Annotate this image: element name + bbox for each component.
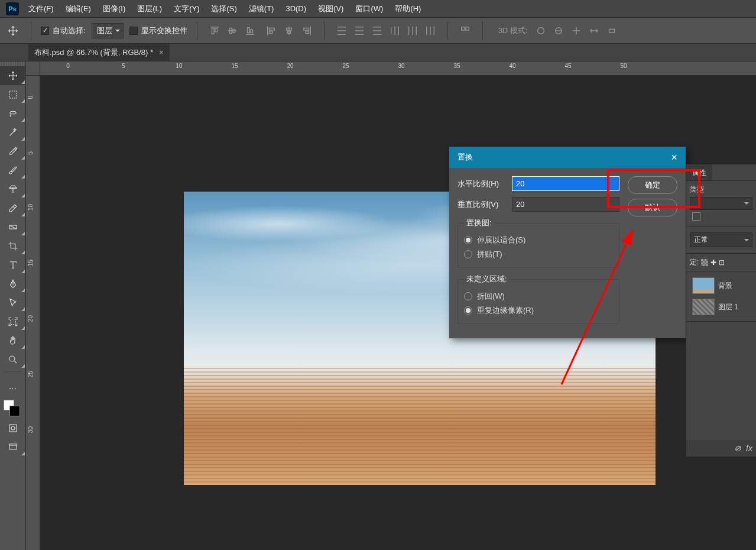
blend-mode-dropdown[interactable]: 正常	[690, 232, 752, 247]
toolbox: ⋯	[0, 62, 26, 550]
eraser-tool[interactable]	[0, 199, 26, 218]
horizontal-ruler[interactable]: 0 5 10 15 20 25 30 35 40 45 50	[40, 62, 756, 76]
lock-pixels-icon[interactable]	[701, 259, 708, 266]
layer-name: 背景	[718, 281, 732, 291]
distribute-right-icon[interactable]	[423, 23, 438, 38]
distribute-bottom-icon[interactable]	[369, 23, 385, 38]
menu-layer[interactable]: 图层(L)	[131, 0, 168, 18]
zoom-tool[interactable]	[0, 350, 26, 369]
foreground-background-swatch[interactable]	[0, 397, 25, 419]
layer-row-1[interactable]: 图层 1	[690, 296, 752, 318]
dialog-titlebar[interactable]: 置换 ×	[449, 147, 686, 168]
brush-tool[interactable]	[0, 161, 26, 180]
gradient-tool[interactable]	[0, 218, 26, 237]
undefined-area-group: 未定义区域: 折回(W) 重复边缘像素(R)	[458, 274, 619, 324]
dialog-close-icon[interactable]: ×	[671, 151, 677, 164]
type-tool[interactable]	[0, 255, 26, 274]
distribute-hcenter-icon[interactable]	[405, 23, 420, 38]
menu-file[interactable]: 文件(F)	[22, 0, 60, 18]
3d-orbit-icon[interactable]	[533, 23, 549, 38]
toolbox-handle[interactable]	[0, 62, 25, 66]
hand-tool[interactable]	[0, 331, 26, 350]
radio-icon	[464, 292, 472, 300]
edit-toolbar-icon[interactable]: ⋯	[0, 378, 26, 397]
document-tab-title: 布料.psd @ 66.7% (背景, RGB/8) *	[34, 47, 153, 58]
align-bottom-icon[interactable]	[242, 23, 258, 38]
right-panels: 属性 类型 正常 定: ✚ ⊡ 背景 图层 1 ⊘ fx	[686, 164, 756, 457]
align-vcenter-icon[interactable]	[225, 23, 240, 38]
lasso-tool[interactable]	[0, 104, 26, 123]
align-hcenter-icon[interactable]	[281, 23, 297, 38]
svg-rect-7	[11, 319, 16, 325]
svg-point-8	[9, 356, 15, 361]
pen-tool[interactable]	[0, 274, 26, 293]
align-right-icon[interactable]	[299, 23, 314, 38]
menu-type[interactable]: 文字(Y)	[168, 0, 205, 18]
artboard-tool[interactable]	[0, 312, 26, 331]
eyedropper-tool[interactable]	[0, 142, 26, 161]
quick-mask-tool[interactable]	[0, 419, 26, 438]
move-tool[interactable]	[0, 66, 26, 85]
menu-view[interactable]: 视图(V)	[312, 0, 349, 18]
document-tab-bar: 布料.psd @ 66.7% (背景, RGB/8) * ×	[0, 44, 756, 62]
properties-tab[interactable]: 属性	[686, 164, 712, 180]
background-color[interactable]	[9, 406, 20, 416]
auto-align-icon[interactable]	[458, 23, 473, 38]
ok-button[interactable]: 确定	[628, 176, 677, 194]
wrap-radio[interactable]: 折回(W)	[464, 289, 613, 303]
dialog-title: 置换	[458, 152, 473, 163]
menu-edit[interactable]: 编辑(E)	[60, 0, 97, 18]
radio-icon	[464, 250, 472, 258]
displace-dialog: 置换 × 水平比例(H) 垂直比例(V) 置换图: 伸展以适合(S) 拼贴(T	[449, 147, 686, 338]
menu-3d[interactable]: 3D(D)	[280, 1, 312, 17]
menu-select[interactable]: 选择(S)	[205, 0, 242, 18]
tile-radio[interactable]: 拼贴(T)	[464, 247, 613, 261]
document-tab[interactable]: 布料.psd @ 66.7% (背景, RGB/8) * ×	[28, 44, 170, 62]
close-tab-icon[interactable]: ×	[159, 48, 164, 57]
3d-slide-icon[interactable]	[586, 23, 602, 38]
type-dropdown[interactable]	[690, 197, 752, 210]
auto-select-target-dropdown[interactable]: 图层	[92, 23, 124, 38]
default-button[interactable]: 默认	[628, 199, 677, 216]
svg-rect-1	[466, 27, 469, 30]
align-left-icon[interactable]	[264, 23, 279, 38]
type-label: 类型	[690, 185, 704, 193]
h-scale-input[interactable]	[512, 176, 619, 191]
options-bar: 自动选择: 图层 显示变换控件 3D 模式:	[0, 18, 756, 44]
menu-window[interactable]: 窗口(W)	[349, 0, 389, 18]
menu-bar: Ps 文件(F) 编辑(E) 图像(I) 图层(L) 文字(Y) 选择(S) 滤…	[0, 0, 756, 18]
crop-tool[interactable]	[0, 237, 26, 255]
path-select-tool[interactable]	[0, 293, 26, 312]
link-icon[interactable]: ⊘	[734, 444, 741, 453]
layer-thumb	[692, 299, 715, 315]
v-scale-input[interactable]	[512, 197, 619, 212]
align-top-icon[interactable]	[207, 23, 222, 38]
magic-wand-tool[interactable]	[0, 123, 26, 142]
auto-select-checkbox[interactable]: 自动选择:	[41, 25, 86, 36]
menu-image[interactable]: 图像(I)	[97, 0, 131, 18]
3d-pan-icon[interactable]	[569, 23, 584, 38]
filter-pixel-icon[interactable]	[692, 212, 700, 221]
distribute-vcenter-icon[interactable]	[352, 23, 367, 38]
layers-footer: ⊘ fx	[686, 440, 756, 457]
svg-rect-4	[609, 29, 615, 32]
clone-stamp-tool[interactable]	[0, 180, 26, 199]
vertical-ruler[interactable]: 0 5 10 15 20 25 30	[26, 76, 40, 550]
layer-row-bg[interactable]: 背景	[690, 275, 752, 296]
3d-scale-icon[interactable]	[604, 23, 619, 38]
show-transform-checkbox[interactable]: 显示变换控件	[129, 25, 187, 36]
stretch-radio[interactable]: 伸展以适合(S)	[464, 233, 613, 247]
ruler-corner	[26, 62, 40, 76]
lock-artboard-icon[interactable]: ⊡	[719, 258, 725, 267]
menu-filter[interactable]: 滤镜(T)	[243, 0, 280, 18]
marquee-tool[interactable]	[0, 85, 26, 104]
3d-roll-icon[interactable]	[551, 23, 566, 38]
svg-point-2	[538, 27, 544, 34]
repeat-edge-radio[interactable]: 重复边缘像素(R)	[464, 303, 613, 318]
menu-help[interactable]: 帮助(H)	[389, 0, 427, 18]
fx-icon[interactable]: fx	[746, 444, 752, 453]
distribute-top-icon[interactable]	[334, 23, 349, 38]
distribute-left-icon[interactable]	[387, 23, 403, 38]
screen-mode-tool[interactable]	[0, 438, 26, 457]
lock-position-icon[interactable]: ✚	[710, 258, 716, 267]
